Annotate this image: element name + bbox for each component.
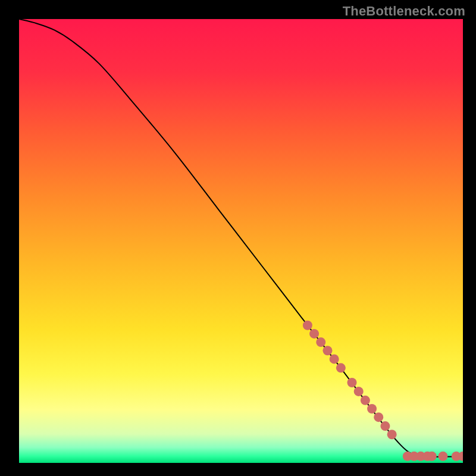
- highlight-point: [374, 412, 383, 422]
- highlight-point: [387, 430, 397, 439]
- highlight-point: [354, 387, 364, 396]
- gradient-background: [19, 19, 463, 463]
- highlight-point: [322, 346, 332, 355]
- highlight-point: [316, 337, 325, 347]
- highlight-point: [309, 329, 319, 339]
- highlight-point: [380, 421, 390, 431]
- attribution-label: TheBottleneck.com: [343, 4, 465, 19]
- chart-frame: TheBottleneck.com: [0, 0, 476, 476]
- chart-svg: [19, 19, 463, 463]
- highlight-point: [347, 378, 357, 387]
- highlight-point: [438, 452, 447, 461]
- highlight-point: [330, 354, 339, 364]
- highlight-point: [336, 363, 346, 372]
- highlight-point: [361, 396, 370, 405]
- highlight-point: [303, 321, 312, 330]
- highlight-point: [427, 452, 437, 461]
- highlight-point: [367, 404, 377, 414]
- plot-area: [19, 19, 463, 463]
